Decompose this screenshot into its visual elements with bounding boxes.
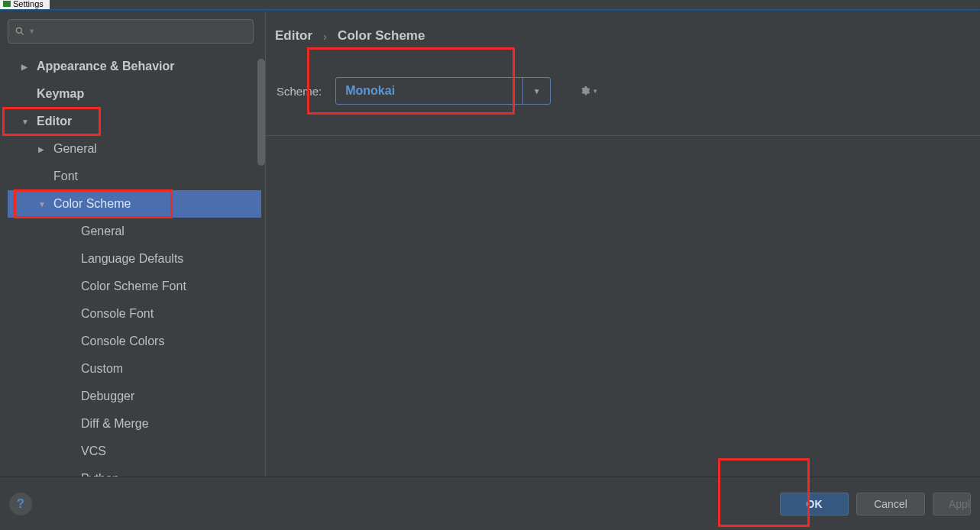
tree-item-console-font[interactable]: Console Font [8,300,261,328]
tree-item-label: Color Scheme Font [81,280,186,293]
tree-item-general[interactable]: ▶General [8,135,261,163]
chevron-right-icon: ▶ [21,63,31,71]
tree-item-label: General [53,142,97,156]
svg-point-0 [16,27,21,33]
scheme-dropdown-value: Monokai [336,78,522,104]
scheme-label: Scheme: [277,85,322,98]
chevron-down-icon: ▼ [28,27,35,35]
gear-icon [580,86,590,96]
tree-item-language-defaults[interactable]: Language Defaults [8,245,261,273]
tree-item-color-scheme[interactable]: ▼Color Scheme [8,190,261,218]
tree-item-label: Console Font [81,307,154,321]
tree-item-debugger[interactable]: Debugger [8,383,261,410]
tree-item-label: Language Defaults [81,252,183,266]
tree-item-editor[interactable]: ▼Editor [8,108,261,135]
sidebar-scrollbar[interactable] [257,59,265,166]
window-title-tab: Settings [0,0,50,9]
tree-item-label: Custom [81,362,123,376]
scheme-actions-button[interactable]: ▼ [580,86,598,96]
settings-sidebar: ▼ ▶Appearance & BehaviorKeymap▼Editor▶Ge… [0,11,266,477]
tree-item-custom[interactable]: Custom [8,355,261,383]
tree-item-label: Appearance & Behavior [37,60,175,73]
cancel-button[interactable]: Cancel [856,493,925,515]
apply-button[interactable]: Apply [933,493,971,515]
tree-item-python[interactable]: Python [8,465,261,477]
tree-item-label: Debugger [81,389,134,403]
tree-item-label: Console Colors [81,334,164,348]
tree-item-label: Editor [37,115,72,128]
breadcrumb: Editor › Color Scheme [266,28,980,44]
chevron-down-icon: ▼ [21,118,31,126]
dialog-footer: ? OK Cancel Apply [0,477,980,530]
tree-item-diff-merge[interactable]: Diff & Merge [8,410,261,438]
tree-item-label: Keymap [37,87,84,101]
tree-item-label: General [81,225,125,238]
tree-item-label: Color Scheme [53,197,131,211]
settings-tree[interactable]: ▶Appearance & BehaviorKeymap▼Editor▶Gene… [8,53,261,477]
help-icon: ? [17,497,24,511]
chevron-right-icon: ▶ [38,145,47,154]
svg-line-1 [21,32,23,34]
ok-button[interactable]: OK [780,493,849,515]
app-icon [3,1,11,7]
tree-item-font[interactable]: Font [8,163,261,190]
breadcrumb-part-1: Color Scheme [338,28,425,44]
dropdown-arrow-icon[interactable]: ▼ [522,78,550,104]
window-title: Settings [13,0,44,8]
tree-item-label: Python [81,472,119,477]
tree-item-vcs[interactable]: VCS [8,438,261,465]
help-button[interactable]: ? [9,493,32,515]
tree-item-console-colors[interactable]: Console Colors [8,328,261,355]
breadcrumb-part-0[interactable]: Editor [275,28,312,44]
search-input[interactable] [38,25,247,38]
tree-item-keymap[interactable]: Keymap [8,80,261,108]
content-divider [266,135,980,136]
tree-item-appearance-behavior[interactable]: ▶Appearance & Behavior [8,53,261,80]
search-icon [15,26,25,37]
chevron-down-icon: ▼ [38,200,47,208]
tree-item-color-scheme-font[interactable]: Color Scheme Font [8,273,261,300]
tree-item-label: VCS [81,444,106,458]
tree-item-general[interactable]: General [8,218,261,245]
tree-item-label: Font [53,170,78,183]
chevron-down-icon: ▼ [592,88,598,95]
search-box[interactable]: ▼ [8,19,254,44]
tree-item-label: Diff & Merge [81,417,149,431]
breadcrumb-separator-icon: › [323,30,327,43]
settings-content: Editor › Color Scheme Scheme: Monokai ▼ … [266,11,980,477]
scheme-dropdown[interactable]: Monokai ▼ [335,77,551,105]
